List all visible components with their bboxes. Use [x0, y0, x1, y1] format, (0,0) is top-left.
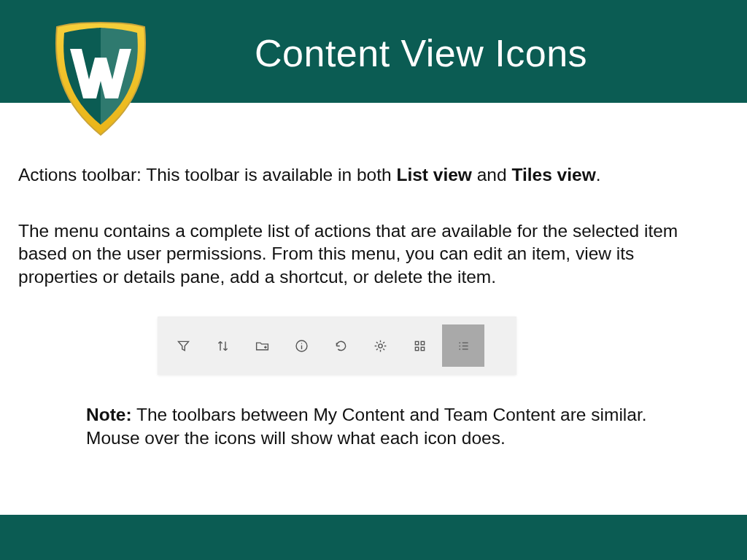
paragraph-menu-description: The menu contains a complete list of act… — [18, 219, 719, 288]
sort-icon[interactable] — [203, 316, 242, 375]
svg-rect-5 — [421, 341, 424, 344]
footer-band — [0, 515, 747, 560]
bold-list-view: List view — [396, 165, 471, 184]
svg-point-2 — [301, 343, 301, 343]
actions-toolbar — [158, 316, 516, 375]
svg-point-8 — [459, 342, 460, 343]
page-title: Content View Icons — [255, 31, 587, 75]
filter-icon[interactable] — [163, 316, 203, 375]
note-body: The toolbars between My Content and Team… — [86, 405, 647, 448]
svg-rect-6 — [415, 347, 418, 350]
list-view-icon[interactable] — [442, 324, 484, 367]
note-label: Note: — [86, 405, 132, 424]
organization-logo-shield-icon — [47, 17, 155, 141]
text: Actions toolbar: This toolbar is availab… — [18, 165, 396, 184]
text: and — [472, 165, 512, 184]
svg-rect-4 — [415, 341, 418, 344]
svg-rect-7 — [421, 347, 424, 350]
settings-icon[interactable] — [360, 316, 400, 375]
svg-point-10 — [459, 345, 460, 346]
new-folder-icon[interactable] — [242, 316, 282, 375]
bold-tiles-view: Tiles view — [511, 165, 595, 184]
tiles-view-icon[interactable] — [400, 316, 439, 375]
refresh-icon[interactable] — [321, 316, 360, 375]
text: . — [596, 165, 601, 184]
note-text: Note: The toolbars between My Content an… — [86, 403, 662, 450]
info-icon[interactable] — [282, 316, 321, 375]
svg-point-12 — [459, 349, 460, 350]
paragraph-actions-toolbar: Actions toolbar: This toolbar is availab… — [18, 163, 719, 186]
svg-point-3 — [378, 343, 382, 347]
